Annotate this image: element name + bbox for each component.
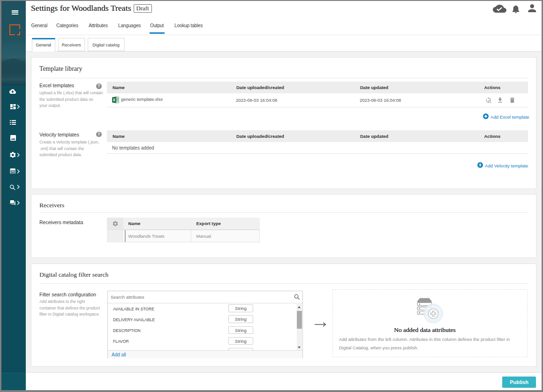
svg-text:X: X	[113, 98, 115, 102]
